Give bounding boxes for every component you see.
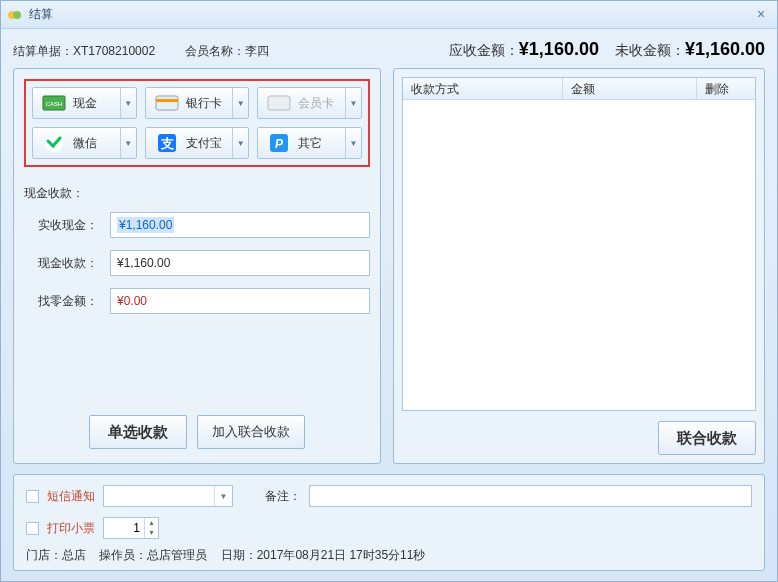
spinner-up-icon[interactable]: ▲ bbox=[145, 518, 158, 528]
pay-alipay-button[interactable]: 支 支付宝 ▼ bbox=[145, 127, 250, 159]
header-row: 结算单据：XT1708210002 会员名称：李四 应收金额：¥1,160.00… bbox=[13, 39, 765, 60]
col-amount[interactable]: 金额 bbox=[563, 78, 697, 99]
right-panel: 收款方式 金额 删除 联合收款 bbox=[393, 68, 765, 464]
sms-template-combo[interactable]: ▼ bbox=[103, 485, 233, 507]
svg-rect-6 bbox=[268, 96, 290, 110]
svg-rect-5 bbox=[156, 99, 178, 102]
change-row: 找零金额： ¥0.00 bbox=[24, 288, 370, 314]
amount-unpaid: 未收金额：¥1,160.00 bbox=[615, 39, 765, 60]
settlement-window: 结算 × 结算单据：XT1708210002 会员名称：李四 应收金额：¥1,1… bbox=[0, 0, 778, 582]
left-panel: CASH 现金 ▼ 银行卡 ▼ 会员卡 ▼ bbox=[13, 68, 381, 464]
close-icon[interactable]: × bbox=[751, 7, 771, 23]
print-checkbox[interactable] bbox=[26, 522, 39, 535]
change-input[interactable]: ¥0.00 bbox=[110, 288, 370, 314]
chevron-down-icon[interactable]: ▼ bbox=[120, 88, 136, 118]
remark-input[interactable] bbox=[309, 485, 752, 507]
table-body bbox=[403, 100, 755, 410]
pay-membercard-button[interactable]: 会员卡 ▼ bbox=[257, 87, 362, 119]
chevron-down-icon[interactable]: ▼ bbox=[345, 88, 361, 118]
single-collect-button[interactable]: 单选收款 bbox=[89, 415, 187, 449]
bottom-panel: 短信通知 ▼ 备注： 打印小票 1 ▲ ▼ bbox=[13, 474, 765, 571]
pay-bankcard-button[interactable]: 银行卡 ▼ bbox=[145, 87, 250, 119]
window-title: 结算 bbox=[29, 6, 53, 23]
other-pay-icon: P bbox=[266, 133, 292, 153]
svg-rect-4 bbox=[156, 96, 178, 110]
chevron-down-icon[interactable]: ▼ bbox=[345, 128, 361, 158]
payment-table: 收款方式 金额 删除 bbox=[402, 77, 756, 411]
left-actions: 单选收款 加入联合收款 bbox=[24, 415, 370, 453]
col-delete[interactable]: 删除 bbox=[697, 78, 755, 99]
titlebar: 结算 × bbox=[1, 1, 777, 29]
amount-due: 应收金额：¥1,160.00 bbox=[449, 39, 599, 60]
add-joint-collect-button[interactable]: 加入联合收款 bbox=[197, 415, 305, 449]
chevron-down-icon[interactable]: ▼ bbox=[232, 88, 248, 118]
cash-collect-input[interactable]: ¥1,160.00 bbox=[110, 250, 370, 276]
chevron-down-icon[interactable]: ▼ bbox=[232, 128, 248, 158]
bottom-row-1: 短信通知 ▼ 备注： bbox=[26, 485, 752, 507]
alipay-icon: 支 bbox=[154, 133, 180, 153]
actual-cash-row: 实收现金： ¥1,160.00 bbox=[24, 212, 370, 238]
cash-collect-row: 现金收款： ¥1,160.00 bbox=[24, 250, 370, 276]
table-header: 收款方式 金额 删除 bbox=[403, 78, 755, 100]
col-method[interactable]: 收款方式 bbox=[403, 78, 563, 99]
sms-label[interactable]: 短信通知 bbox=[47, 488, 95, 505]
content-area: 结算单据：XT1708210002 会员名称：李四 应收金额：¥1,160.00… bbox=[1, 29, 777, 581]
print-count-spinner[interactable]: 1 ▲ ▼ bbox=[103, 517, 159, 539]
app-icon bbox=[7, 7, 23, 23]
spinner-down-icon[interactable]: ▼ bbox=[145, 528, 158, 538]
pay-other-button[interactable]: P 其它 ▼ bbox=[257, 127, 362, 159]
chevron-down-icon[interactable]: ▼ bbox=[120, 128, 136, 158]
wechat-icon bbox=[41, 133, 67, 153]
cash-icon: CASH bbox=[41, 93, 67, 113]
svg-point-1 bbox=[13, 11, 21, 19]
main-row: CASH 现金 ▼ 银行卡 ▼ 会员卡 ▼ bbox=[13, 68, 765, 464]
right-actions: 联合收款 bbox=[402, 421, 756, 455]
sms-checkbox[interactable] bbox=[26, 490, 39, 503]
bankcard-icon bbox=[154, 93, 180, 113]
chevron-down-icon[interactable]: ▼ bbox=[214, 486, 232, 506]
payment-method-group: CASH 现金 ▼ 银行卡 ▼ 会员卡 ▼ bbox=[24, 79, 370, 167]
member-name: 会员名称：李四 bbox=[185, 43, 269, 60]
svg-text:支: 支 bbox=[159, 136, 173, 151]
receipt-id: 结算单据：XT1708210002 bbox=[13, 43, 155, 60]
remark-label: 备注： bbox=[265, 488, 301, 505]
bottom-row-2: 打印小票 1 ▲ ▼ bbox=[26, 517, 752, 539]
joint-collect-button[interactable]: 联合收款 bbox=[658, 421, 756, 455]
svg-text:CASH: CASH bbox=[46, 101, 63, 107]
pay-wechat-button[interactable]: 微信 ▼ bbox=[32, 127, 137, 159]
pay-cash-button[interactable]: CASH 现金 ▼ bbox=[32, 87, 137, 119]
cash-section-title: 现金收款： bbox=[24, 185, 370, 202]
membercard-icon bbox=[266, 93, 292, 113]
status-row: 门店：总店 操作员：总店管理员 日期：2017年08月21日 17时35分11秒 bbox=[26, 547, 752, 564]
print-label[interactable]: 打印小票 bbox=[47, 520, 95, 537]
svg-text:P: P bbox=[275, 137, 284, 151]
actual-cash-input[interactable]: ¥1,160.00 bbox=[110, 212, 370, 238]
